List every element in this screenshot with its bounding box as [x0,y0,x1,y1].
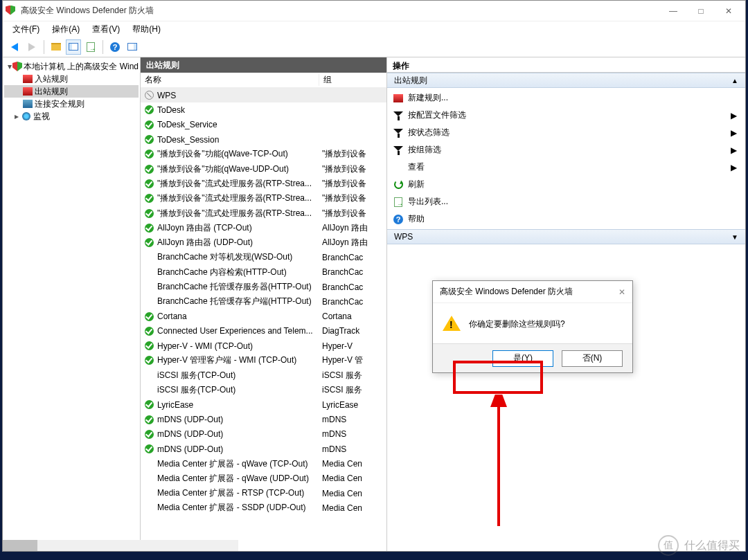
rule-row[interactable]: BranchCache 托管缓存客户端(HTTP-Out)BranchCac [141,294,386,309]
rule-group: Media Cen [319,489,386,498]
empty-icon [143,503,154,514]
panes-icon[interactable] [66,39,81,55]
rule-row[interactable]: Hyper-V 管理客户端 - WMI (TCP-Out)Hyper-V 管 [141,353,386,368]
rule-group: "播放到设备 [319,178,386,190]
back-button[interactable] [7,39,22,55]
tree-monitor[interactable]: ▸ 监视 [4,110,139,123]
actions-header: 操作 [387,57,745,73]
rule-row[interactable]: iSCSI 服务(TCP-Out)iSCSI 服务 [141,383,386,397]
rule-row[interactable]: BranchCache 内容检索(HTTP-Out)BranchCac [141,265,386,280]
rule-name: Media Center 扩展器 - qWave (TCP-Out) [157,458,319,470]
rule-row[interactable]: WPS [141,88,386,102]
panes2-icon[interactable] [125,39,140,55]
warning-icon [443,316,461,331]
no-button[interactable]: 否(N) [562,350,623,367]
rule-group: "播放到设备 [319,208,386,219]
rule-row[interactable]: AllJoyn 路由器 (TCP-Out)AllJoyn 路由 [141,221,386,235]
watermark: 值 什么值得买 [658,535,740,556]
section-selected-rule[interactable]: WPS ▼ [387,229,745,244]
tree-consec[interactable]: 连接安全规则 [4,98,139,110]
action-new-rule[interactable]: 新建规则... [387,89,745,107]
collapse-icon[interactable]: ▲ [731,77,738,84]
action-label: 按配置文件筛选 [408,109,466,121]
rule-row[interactable]: "播放到设备"流式处理服务器(RTP-Strea..."播放到设备 [141,177,386,191]
close-button[interactable]: ✕ [715,1,742,21]
rule-row[interactable]: mDNS (UDP-Out)mDNS [141,442,386,456]
rule-group: Media Cen [319,459,386,469]
rule-group: mDNS [319,429,386,439]
rules-header: 出站规则 [141,57,386,73]
col-group[interactable]: 组 [319,74,386,86]
tree-outbound-label: 出站规则 [35,86,68,98]
forward-button[interactable] [24,39,39,55]
rule-row[interactable]: CortanaCortana [141,309,386,323]
rule-row[interactable]: ToDesk [141,102,386,117]
rule-row[interactable]: Connected User Experiences and Telem...D… [141,324,386,338]
action-filter-state[interactable]: 按状态筛选 ▶ [387,124,745,141]
rule-row[interactable]: ToDesk_Service [141,118,386,132]
rule-group: AllJoyn 路由 [319,222,386,234]
minimize-button[interactable]: — [659,1,687,21]
tree-inbound[interactable]: 入站规则 [4,73,139,85]
allow-icon [143,222,154,233]
col-name[interactable]: 名称 [141,74,319,86]
folder-up-icon[interactable] [48,39,64,55]
allow-icon [143,355,154,366]
rule-group: Media Cen [319,473,386,483]
rule-row[interactable]: Media Center 扩展器 - qWave (UDP-Out)Media … [141,471,386,486]
action-filter-group[interactable]: 按组筛选 ▶ [387,141,745,159]
action-filter-profile[interactable]: 按配置文件筛选 ▶ [387,107,745,124]
expand-icon[interactable]: ▸ [12,111,21,121]
expand-icon[interactable]: ▼ [731,233,738,241]
rule-row[interactable]: Hyper-V - WMI (TCP-Out)Hyper-V [141,338,386,353]
rule-name: mDNS (UDP-Out) [157,444,319,454]
block-icon [143,90,154,101]
empty-icon [143,267,154,278]
filter-icon [393,110,404,121]
action-view[interactable]: 查看 ▶ [387,159,745,176]
rule-row[interactable]: ToDesk_Session [141,132,386,147]
tree-consec-label: 连接安全规则 [35,98,84,110]
rule-row[interactable]: "播放到设备"功能(qWave-TCP-Out)"播放到设备 [141,147,386,161]
window-title: 高级安全 Windows Defender 防火墙 [21,5,659,17]
section-outbound[interactable]: 出站规则 ▲ [387,73,745,88]
rule-row[interactable]: "播放到设备"流式处理服务器(RTP-Strea..."播放到设备 [141,191,386,206]
menu-file[interactable]: 文件(F) [7,22,45,37]
export-icon[interactable] [83,39,98,55]
menu-action[interactable]: 操作(A) [46,22,85,37]
action-label: 按组筛选 [408,144,441,156]
expand-icon[interactable]: ▾ [7,62,12,71]
rule-name: AllJoyn 路由器 (TCP-Out) [157,222,319,234]
rule-group: Cortana [319,311,386,321]
action-help[interactable]: ? 帮助 [387,210,745,228]
rule-row[interactable]: iSCSI 服务(TCP-Out)iSCSI 服务 [141,368,386,383]
annotation-highlight [453,361,543,394]
shield-icon [12,61,22,72]
rule-row[interactable]: Media Center 扩展器 - SSDP (UDP-Out)Media C… [141,500,386,515]
rule-row[interactable]: "播放到设备"功能(qWave-UDP-Out)"播放到设备 [141,161,386,176]
rule-row[interactable]: BranchCache 对等机发现(WSD-Out)BranchCac [141,250,386,264]
tree-outbound[interactable]: 出站规则 [4,85,139,98]
rule-row[interactable]: LyricEaseLyricEase [141,397,386,412]
menu-view[interactable]: 查看(V) [87,22,125,37]
action-export[interactable]: 导出列表... [387,193,745,210]
rule-row[interactable]: Media Center 扩展器 - RTSP (TCP-Out)Media C… [141,486,386,500]
maximize-button[interactable]: □ [687,1,715,21]
action-label: 按状态筛选 [408,127,449,138]
rule-row[interactable]: mDNS (UDP-Out)mDNS [141,413,386,427]
rule-row[interactable]: AllJoyn 路由器 (UDP-Out)AllJoyn 路由 [141,235,386,250]
rule-row[interactable]: BranchCache 托管缓存服务器(HTTP-Out)BranchCac [141,280,386,294]
rule-row[interactable]: "播放到设备"流式处理服务器(RTP-Strea..."播放到设备 [141,206,386,220]
empty-icon [143,488,154,499]
rule-group: BranchCac [319,253,386,262]
menu-help[interactable]: 帮助(H) [127,22,166,37]
rule-row[interactable]: Media Center 扩展器 - qWave (TCP-Out)Media … [141,456,386,471]
action-refresh[interactable]: 刷新 [387,176,745,193]
rules-list[interactable]: WPSToDeskToDesk_ServiceToDesk_Session"播放… [141,88,386,551]
rule-name: Media Center 扩展器 - SSDP (UDP-Out) [157,502,319,514]
help-icon[interactable]: ? [107,39,123,55]
rule-row[interactable]: mDNS (UDP-Out)mDNS [141,427,386,442]
dialog-close-button[interactable]: ✕ [618,287,625,297]
rule-name: Connected User Experiences and Telem... [157,326,319,336]
tree-root[interactable]: ▾ 本地计算机 上的高级安全 Wind [4,60,139,73]
